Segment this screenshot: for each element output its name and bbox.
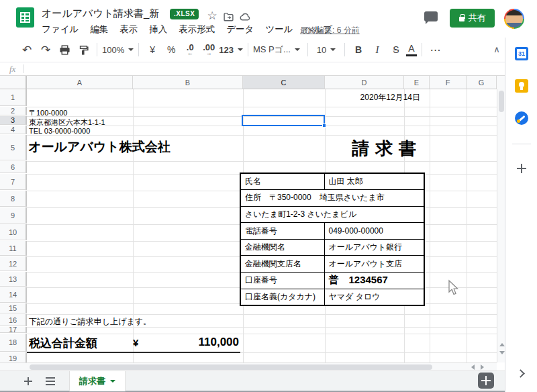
formula-input[interactable] — [24, 62, 505, 75]
cell-address[interactable]: 東京都港区六本木1-1-1 — [29, 117, 105, 128]
column-header-E[interactable]: E — [404, 76, 430, 89]
calendar-icon[interactable]: 31 — [515, 47, 528, 60]
horizontal-scrollbar-thumb[interactable] — [30, 364, 432, 370]
client-table-value[interactable]: 049-000-00000 — [324, 223, 424, 240]
avatar[interactable] — [504, 9, 524, 29]
text-color-button[interactable]: A — [406, 43, 417, 56]
select-all-corner[interactable] — [0, 76, 27, 89]
scroll-left-icon[interactable] — [471, 364, 475, 370]
row-header-16[interactable]: 16 — [0, 314, 27, 326]
client-table-value[interactable]: オールアバウト銀行 — [324, 239, 424, 256]
menu-挿入[interactable]: 挿入 — [149, 23, 167, 36]
keep-icon[interactable] — [515, 79, 528, 93]
zoom-select[interactable]: 100% — [102, 41, 134, 58]
increase-decimal-button[interactable]: .00→ — [200, 41, 217, 58]
client-table-cell[interactable]: 住所 〒350-0000 埼玉県さいたま市 — [240, 190, 424, 207]
print-button[interactable] — [56, 41, 73, 58]
add-sheet-button[interactable] — [23, 376, 34, 387]
row-header-13[interactable]: 13 — [0, 272, 27, 287]
strikethrough-button[interactable]: S — [387, 41, 405, 58]
sheets-logo-icon[interactable] — [16, 7, 34, 28]
hide-side-panel-icon[interactable] — [516, 369, 525, 378]
cell-note[interactable]: 下記の通りご請求申し上げます。 — [29, 316, 151, 328]
row-header-4[interactable]: 4 — [0, 126, 27, 134]
decrease-decimal-button[interactable]: .0← — [181, 41, 199, 58]
row-header-3[interactable]: 3 — [0, 116, 27, 125]
row-header-9[interactable]: 9 — [0, 207, 27, 224]
spreadsheet-grid[interactable]: 12345678910111213141516171819 2020年12月14… — [0, 89, 497, 362]
vertical-scrollbar-thumb[interactable] — [499, 91, 504, 112]
font-select[interactable]: MS Pゴ... — [253, 41, 303, 58]
client-table-value[interactable]: 普 1234567 — [324, 273, 424, 289]
italic-button[interactable]: I — [369, 41, 386, 58]
document-title[interactable]: オールアバウト請求書_新 — [42, 7, 159, 20]
cell-tel[interactable]: TEL 03-0000-0000 — [29, 127, 90, 135]
scroll-up-icon[interactable] — [499, 343, 505, 346]
cell-total-label[interactable]: 税込合計金額 — [29, 336, 97, 351]
explore-button[interactable] — [478, 373, 494, 389]
row-header-18[interactable]: 18 — [0, 334, 27, 352]
client-table-label[interactable]: 電話番号 — [240, 223, 324, 240]
client-table-label[interactable]: 金融機関名 — [240, 239, 324, 256]
row-header-6[interactable]: 6 — [0, 161, 27, 173]
client-table-cell[interactable]: さいたま町1-2-3 さいたまビル — [240, 206, 424, 223]
column-header-B[interactable]: B — [133, 76, 243, 89]
menu-編集[interactable]: 編集 — [90, 23, 108, 36]
scroll-down-icon[interactable] — [499, 351, 505, 354]
fill-handle[interactable] — [322, 124, 326, 128]
cell-postal-code[interactable]: 〒100-0000 — [29, 108, 68, 118]
client-table-label[interactable]: 氏名 — [240, 173, 324, 190]
cell-invoice-title[interactable]: 請求書 — [352, 137, 422, 160]
scroll-right-icon[interactable] — [481, 364, 484, 370]
format-percent-button[interactable]: % — [162, 41, 180, 58]
share-button[interactable]: 共有 — [450, 9, 495, 28]
column-header-C[interactable]: C — [243, 76, 325, 89]
tasks-icon[interactable] — [515, 111, 528, 125]
last-edited-link[interactable]: 最終編集: 6 分前 — [300, 25, 360, 36]
menu-表示形式[interactable]: 表示形式 — [179, 23, 215, 36]
client-table-value[interactable]: 山田 太郎 — [324, 173, 424, 190]
redo-button[interactable]: ↷ — [37, 41, 54, 58]
sheet-tab-menu-icon[interactable] — [110, 380, 115, 383]
row-header-2[interactable]: 2 — [0, 107, 27, 115]
client-table-label[interactable]: 金融機関支店名 — [240, 256, 324, 273]
column-header-D[interactable]: D — [325, 76, 404, 89]
cell-total-amount[interactable]: 110,000 — [160, 336, 239, 349]
undo-button[interactable]: ↶ — [18, 41, 36, 58]
get-addons-button[interactable] — [516, 162, 528, 175]
menu-ツール[interactable]: ツール — [265, 23, 293, 36]
star-icon[interactable]: ☆ — [205, 9, 219, 23]
menu-ファイル[interactable]: ファイル — [42, 23, 79, 36]
font-size-select[interactable]: 10 — [313, 41, 340, 58]
menu-データ[interactable]: データ — [226, 23, 254, 36]
row-header-17[interactable]: 17 — [0, 327, 27, 333]
column-header-G[interactable]: G — [467, 76, 497, 89]
row-header-11[interactable]: 11 — [0, 241, 27, 256]
row-header-10[interactable]: 10 — [0, 224, 27, 240]
column-header-A[interactable]: A — [27, 76, 133, 89]
row-header-8[interactable]: 8 — [0, 191, 27, 207]
more-options-button[interactable]: ⋯ — [427, 41, 444, 58]
cell-company-name[interactable]: オールアバウト株式会社 — [28, 138, 170, 156]
cell-date[interactable]: 2020年12月14日 — [325, 92, 420, 103]
paint-format-button[interactable] — [75, 41, 92, 58]
comment-history-icon[interactable] — [424, 11, 438, 21]
client-table-value[interactable]: オールアバウト支店 — [324, 256, 424, 273]
bold-button[interactable]: B — [350, 41, 367, 58]
row-header-15[interactable]: 15 — [0, 303, 27, 313]
column-header-F[interactable]: F — [430, 76, 467, 89]
selected-cell-C3[interactable] — [242, 115, 325, 126]
client-table-label[interactable]: 口座番号 — [240, 273, 324, 289]
move-folder-icon[interactable] — [223, 11, 236, 25]
sheet-tab[interactable]: 請求書 — [69, 371, 126, 391]
format-currency-button[interactable]: ¥ — [144, 41, 161, 58]
vertical-scrollbar[interactable] — [497, 89, 505, 362]
row-header-19[interactable]: 19 — [0, 352, 27, 362]
cell-total-currency[interactable]: ¥ — [133, 337, 138, 348]
horizontal-scrollbar[interactable] — [0, 362, 497, 371]
row-header-1[interactable]: 1 — [0, 89, 27, 106]
row-header-14[interactable]: 14 — [0, 287, 27, 303]
all-sheets-menu-icon[interactable] — [46, 377, 55, 385]
menu-表示[interactable]: 表示 — [119, 23, 138, 36]
number-format-button[interactable]: 123 — [219, 41, 243, 58]
